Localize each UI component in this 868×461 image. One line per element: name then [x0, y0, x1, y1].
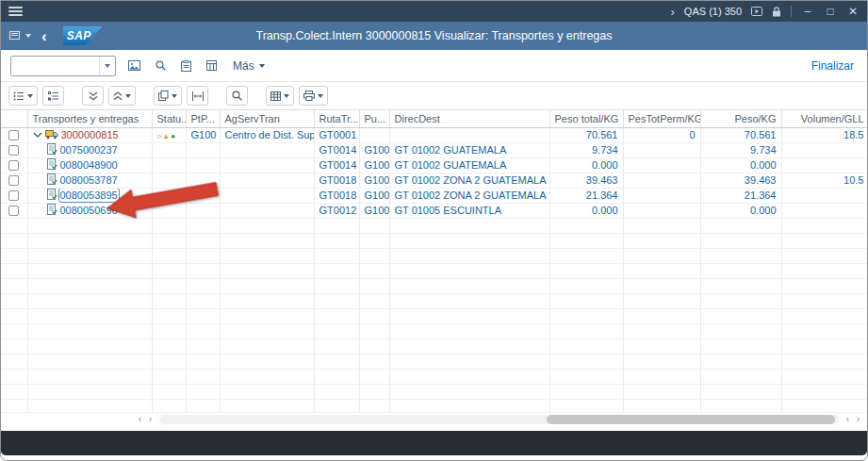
- cell-agserv[interactable]: [220, 142, 314, 157]
- choose-details-button[interactable]: [8, 86, 38, 106]
- cell-volumen[interactable]: 10.5: [781, 173, 867, 188]
- cell-pu[interactable]: G100: [359, 188, 389, 203]
- row-select-checkbox[interactable]: [8, 206, 19, 216]
- cell-pu[interactable]: G100: [359, 203, 389, 218]
- cell-ptp[interactable]: [186, 157, 220, 173]
- column-header-peso[interactable]: Peso/KG: [700, 110, 781, 127]
- session-icon[interactable]: [751, 7, 762, 16]
- copy-button[interactable]: [154, 86, 182, 106]
- find-icon[interactable]: [153, 60, 169, 71]
- cell-pu[interactable]: [359, 127, 389, 142]
- cell-direc[interactable]: GT 01002 GUATEMALA: [389, 157, 549, 173]
- chevron-right-icon[interactable]: ›: [671, 6, 675, 18]
- cell-agserv[interactable]: [220, 188, 314, 203]
- row-select-checkbox[interactable]: [8, 145, 19, 156]
- cell-volumen[interactable]: 18.5: [781, 127, 867, 142]
- table-settings-icon[interactable]: [204, 60, 220, 71]
- cell-pes_tot_perm[interactable]: [623, 157, 700, 173]
- services-for-object-icon[interactable]: [125, 60, 143, 71]
- cell-pu[interactable]: G100: [359, 157, 389, 173]
- cell-ruta[interactable]: GT0014: [314, 142, 359, 157]
- close-button[interactable]: ✕: [846, 6, 860, 17]
- column-header-pes_tot_perm[interactable]: PesTotPerm/KG: [623, 110, 700, 127]
- cell-peso_total[interactable]: 0.000: [549, 157, 623, 173]
- column-header-ptp[interactable]: PtP...: [186, 110, 220, 127]
- cell-ptp[interactable]: [186, 173, 220, 188]
- cell-ruta[interactable]: GT0014: [314, 157, 359, 173]
- cell-peso[interactable]: 70.561: [700, 127, 781, 142]
- gui-options-button[interactable]: [9, 31, 31, 41]
- column-header-direc[interactable]: DirecDest: [389, 110, 549, 127]
- more-menu[interactable]: Más: [233, 59, 265, 73]
- delivery-number-link[interactable]: 0080053787: [60, 174, 118, 186]
- expand-all-button[interactable]: [82, 86, 104, 106]
- column-header-status[interactable]: Statu...: [152, 110, 186, 127]
- cell-direc[interactable]: GT 01002 ZONA 2 GUATEMALA: [389, 173, 549, 188]
- cell-direc[interactable]: GT 01002 ZONA 2 GUATEMALA: [389, 188, 549, 203]
- cell-agserv[interactable]: [220, 173, 314, 188]
- menu-icon[interactable]: [8, 7, 23, 16]
- cell-ruta[interactable]: GT0018: [314, 188, 359, 203]
- cell-ruta[interactable]: GT0012: [314, 203, 359, 218]
- cell-volumen[interactable]: [781, 157, 867, 173]
- cell-pes_tot_perm[interactable]: 0: [623, 127, 700, 142]
- cell-peso_total[interactable]: 0.000: [549, 203, 623, 218]
- scroll-left-button-2[interactable]: ‹: [843, 415, 853, 424]
- cell-ptp[interactable]: [186, 203, 220, 218]
- column-header-ruta[interactable]: RutaTr...: [314, 110, 359, 127]
- row-select-checkbox[interactable]: [8, 160, 19, 171]
- row-select-checkbox[interactable]: [8, 175, 19, 186]
- cell-volumen[interactable]: [781, 188, 867, 203]
- scroll-right-button[interactable]: ›: [145, 415, 156, 424]
- combo-dropdown-icon[interactable]: [99, 57, 115, 75]
- cell-peso_total[interactable]: 70.561: [549, 127, 623, 142]
- finish-button[interactable]: Finalizar: [808, 59, 858, 73]
- cell-peso[interactable]: 0.000: [700, 157, 781, 173]
- cell-agserv[interactable]: [220, 157, 314, 173]
- cell-ruta[interactable]: GT0001: [314, 127, 359, 142]
- cell-direc[interactable]: GT 01005 ESCUINTLA: [389, 203, 549, 218]
- collapse-node-icon[interactable]: [33, 132, 42, 139]
- cell-pu[interactable]: G100: [359, 173, 389, 188]
- views-button[interactable]: [266, 86, 294, 106]
- collapse-all-button[interactable]: [108, 86, 136, 106]
- cell-peso[interactable]: 0.000: [700, 203, 781, 218]
- cell-pes_tot_perm[interactable]: [623, 203, 700, 218]
- minimize-button[interactable]: –: [801, 6, 814, 17]
- row-select-checkbox[interactable]: [8, 190, 19, 201]
- cell-peso_total[interactable]: 9.734: [549, 142, 623, 157]
- cell-volumen[interactable]: [781, 142, 867, 157]
- cell-direc[interactable]: [389, 127, 549, 142]
- cell-pes_tot_perm[interactable]: [623, 173, 700, 188]
- lock-icon[interactable]: [772, 7, 781, 17]
- column-width-button[interactable]: [187, 86, 208, 106]
- cell-agserv[interactable]: Centro de Dist. Super...: [220, 127, 314, 142]
- scroll-left-button[interactable]: ‹: [135, 415, 145, 424]
- delivery-number-link[interactable]: 0080048900: [60, 159, 118, 171]
- row-select-checkbox[interactable]: [8, 130, 19, 140]
- cell-ruta[interactable]: GT0018: [314, 173, 359, 188]
- scrollbar-thumb[interactable]: [547, 415, 835, 424]
- clipboard-icon[interactable]: [178, 60, 194, 72]
- column-header-peso_total[interactable]: Peso total/KG: [549, 110, 623, 127]
- scroll-right-button-2[interactable]: ›: [853, 415, 863, 424]
- cell-ptp[interactable]: G100: [186, 127, 220, 142]
- cell-pes_tot_perm[interactable]: [623, 142, 700, 157]
- maximize-button[interactable]: □: [824, 6, 837, 17]
- back-button[interactable]: ‹: [41, 28, 47, 44]
- column-header-volumen[interactable]: Volumen/GLL: [781, 110, 867, 127]
- transport-number-link[interactable]: 3000000815: [61, 129, 119, 140]
- search-button[interactable]: [226, 86, 248, 106]
- cell-volumen[interactable]: [781, 203, 867, 218]
- cell-ptp[interactable]: [186, 188, 220, 203]
- cell-ptp[interactable]: [186, 142, 220, 157]
- legend-button[interactable]: [42, 86, 64, 106]
- cell-pes_tot_perm[interactable]: [623, 188, 700, 203]
- print-button[interactable]: [299, 86, 328, 106]
- command-field[interactable]: [10, 56, 116, 76]
- delivery-number-link[interactable]: 0080050696: [60, 205, 118, 216]
- cell-peso_total[interactable]: 39.463: [549, 173, 623, 188]
- cell-direc[interactable]: GT 01002 GUATEMALA: [389, 142, 549, 157]
- column-header-agserv[interactable]: AgServTran: [220, 110, 314, 127]
- column-header-pu[interactable]: Pu...: [359, 110, 389, 127]
